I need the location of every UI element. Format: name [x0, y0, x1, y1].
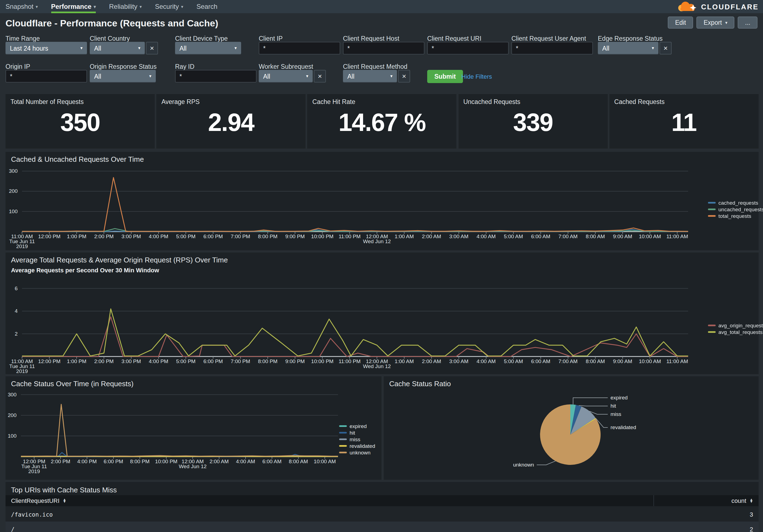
edge-response-status-clear-button[interactable]: ×: [660, 42, 672, 54]
origin-response-status-select[interactable]: All▾: [90, 70, 156, 83]
client-request-uri-input[interactable]: [427, 42, 509, 54]
chevron-down-icon: ▾: [36, 4, 38, 9]
nav-item-performance[interactable]: Performance▾: [51, 0, 96, 13]
select-value: All: [94, 73, 101, 79]
cloudflare-cloud-icon: [676, 0, 698, 13]
client-country-clear-button[interactable]: ×: [146, 42, 158, 54]
legend-item-total-requests[interactable]: total_requests: [708, 212, 763, 219]
client-ip-input[interactable]: [259, 42, 340, 54]
client-request-user-agent-label: Client Request User Agent: [511, 35, 586, 42]
column-header-clientrequesturi[interactable]: ClientRequestURI▲▼: [6, 495, 653, 506]
origin-response-status-label: Origin Response Status: [90, 63, 157, 70]
stat-card-title: Cache Hit Rate: [312, 99, 355, 105]
ray-id-label: Ray ID: [175, 63, 194, 70]
legend-swatch: [708, 331, 716, 332]
legend-item-avg-origin-requests[interactable]: avg_origin_requests: [708, 322, 763, 328]
hide-filters-link[interactable]: Hide Filters: [461, 73, 492, 80]
legend-item-avg-total-requests[interactable]: avg_total_requests: [708, 328, 763, 335]
legend-swatch: [708, 208, 716, 210]
origin-ip-input[interactable]: [6, 70, 87, 83]
origin-ip-label: Origin IP: [6, 63, 30, 70]
table-row: /favicon.ico3: [6, 507, 759, 522]
pie-slice-label: expired: [610, 395, 627, 400]
worker-subrequest-select[interactable]: All▾: [259, 70, 313, 83]
select-value: All: [263, 73, 270, 79]
x-tick-label: 10:00 AM: [314, 459, 336, 464]
nav-item-label: Performance: [51, 3, 91, 10]
svg-text:100: 100: [9, 209, 18, 214]
client-country-label: Client Country: [90, 35, 130, 42]
chevron-down-icon: ▾: [390, 74, 392, 79]
x-tick-label: 11:00 PM: [339, 233, 361, 239]
clear-icon: ×: [402, 72, 406, 80]
x-tick-date-label: Wed Jun 12: [179, 464, 206, 469]
dashboard: Snapshot▾Performance▾Reliability▾Securit…: [0, 0, 763, 532]
client-request-host-input[interactable]: [343, 42, 424, 54]
x-tick-label: 8:00 PM: [130, 459, 150, 464]
stat-card-value: 11: [609, 108, 759, 137]
legend-label: revalidated: [350, 443, 375, 449]
client-ip-label: Client IP: [259, 35, 283, 42]
cached-uncached-requests-over-time-chart: 10020030011:00 AMTue Jun 11201912:00 PM1…: [6, 152, 759, 250]
edit-button[interactable]: Edit: [668, 17, 693, 29]
x-tick-label: 11:00 PM: [339, 358, 361, 364]
x-tick-label: 10:00 AM: [639, 358, 661, 364]
x-tick-label: 2:00 PM: [51, 459, 70, 464]
legend-item-revalidated[interactable]: revalidated: [339, 442, 375, 449]
legend-swatch: [339, 445, 347, 446]
nav-item-snapshot[interactable]: Snapshot▾: [6, 0, 38, 13]
client-request-user-agent-input[interactable]: [511, 42, 593, 54]
select-value: All: [179, 45, 187, 51]
legend-item-hit[interactable]: hit: [339, 429, 375, 436]
client-device-type-label: Client Device Type: [175, 35, 228, 42]
x-tick-label: 2:00 PM: [94, 358, 114, 364]
average-total-requests-average-origin-request-rps-over-time-panel: Average Total Requests & Average Origin …: [6, 252, 759, 374]
client-country-select[interactable]: All▾: [90, 42, 145, 54]
export-button[interactable]: Export▾: [697, 17, 735, 29]
x-tick-label: 1:00 PM: [67, 233, 86, 239]
stat-card-value: 2.94: [156, 108, 305, 137]
legend-swatch: [339, 451, 347, 453]
chevron-down-icon: ▾: [181, 4, 183, 9]
sort-icon: ▲▼: [63, 498, 66, 503]
worker-subrequest-clear-button[interactable]: ×: [314, 70, 326, 83]
x-tick-date-label: 2019: [28, 469, 40, 474]
chart-legend: cached_requestsuncached_requeststotal_re…: [708, 199, 763, 219]
unknown-line: [21, 404, 338, 456]
time-range-select[interactable]: Last 24 hours▾: [6, 42, 87, 54]
stat-card-title: Average RPS: [161, 99, 200, 105]
stat-card-cached-requests: Cached Requests11: [609, 94, 759, 148]
ray-id-input[interactable]: [175, 70, 257, 83]
x-tick-label: 5:00 PM: [176, 358, 196, 364]
nav-item-security[interactable]: Security▾: [155, 0, 183, 13]
chevron-down-icon: ▾: [652, 46, 654, 50]
legend-item-cached-requests[interactable]: cached_requests: [708, 199, 763, 206]
x-tick-label: 9:00 PM: [285, 233, 305, 239]
stat-card-total-number-of-requests: Total Number of Requests350: [6, 94, 155, 148]
table-row: /2: [6, 522, 759, 532]
stat-card-title: Uncached Requests: [463, 99, 520, 105]
svg-text:100: 100: [8, 433, 17, 439]
legend-item-expired[interactable]: expired: [339, 422, 375, 429]
submit-button[interactable]: Submit: [427, 70, 463, 83]
legend-item-uncached-requests[interactable]: uncached_requests: [708, 206, 763, 212]
edge-response-status-select[interactable]: All▾: [598, 42, 658, 54]
stat-card-title: Total Number of Requests: [10, 99, 84, 105]
pie-label-leader: [573, 398, 608, 404]
nav-item-reliability[interactable]: Reliability▾: [109, 0, 142, 13]
legend-item-miss[interactable]: miss: [339, 436, 375, 442]
column-header-count[interactable]: count▲▼: [653, 495, 759, 506]
svg-text:300: 300: [8, 392, 17, 398]
x-tick-date-label: Wed Jun 12: [363, 238, 391, 244]
client-request-method-clear-button[interactable]: ×: [398, 70, 410, 83]
nav-item-search[interactable]: Search: [196, 0, 217, 13]
legend-swatch: [708, 202, 716, 203]
pie-slice-label: unknown: [513, 462, 534, 468]
x-tick-label: 4:00 AM: [236, 459, 255, 464]
top-uris-with-cache-status-miss-panel: Top URIs with Cache Status MissClientReq…: [6, 482, 759, 532]
more-options-button[interactable]: ...: [738, 17, 757, 29]
x-tick-label: 5:00 PM: [176, 233, 196, 239]
legend-item-unknown[interactable]: unknown: [339, 449, 375, 456]
client-request-method-select[interactable]: All▾: [343, 70, 397, 83]
client-device-type-select[interactable]: All▾: [175, 42, 241, 54]
